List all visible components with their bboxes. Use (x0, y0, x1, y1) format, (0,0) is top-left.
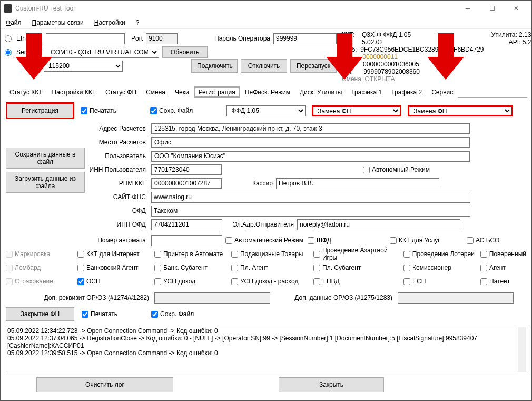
tab-graphics2[interactable]: Графика 2 (387, 86, 427, 98)
usndohod-checkbox[interactable] (154, 278, 161, 285)
radio-ethernet[interactable] (5, 35, 12, 42)
kktuslug-checkbox[interactable] (390, 237, 397, 244)
tab-service[interactable]: Сервис (427, 86, 458, 98)
fn-lbl: ФН: (342, 68, 353, 75)
commiss-checkbox[interactable] (403, 265, 410, 271)
email-input[interactable] (297, 219, 460, 230)
menu-comm[interactable]: Параметры связи (32, 19, 84, 26)
save-to-file-button[interactable]: Сохранить данные в файл (6, 148, 85, 169)
smena-lbl: Смена: (342, 75, 363, 83)
app-icon (4, 4, 12, 13)
banksubagent-checkbox[interactable] (154, 265, 161, 271)
tab-registration[interactable]: Регистрация (194, 86, 240, 98)
menu-file[interactable]: Файл (6, 19, 22, 26)
usndr-checkbox[interactable] (231, 278, 238, 285)
ethernet-host-input[interactable] (46, 33, 125, 44)
inn-user-input[interactable] (151, 164, 222, 175)
shfd-checkbox[interactable] (308, 237, 314, 244)
address-input[interactable] (151, 123, 470, 134)
tab-status-kkt[interactable]: Статус ККТ (5, 86, 47, 98)
md5-val: 9FC78C956EDCE1BC3289973CF6BD4729 (360, 46, 484, 53)
rnm-input[interactable] (151, 178, 222, 189)
cashier-input[interactable] (276, 178, 439, 189)
log-area[interactable]: 05.09.2022 12:34:22.723 -> Open Connecti… (5, 326, 527, 373)
scrollbar[interactable] (518, 327, 526, 372)
radio-serial[interactable] (5, 49, 12, 56)
md5-lbl: MD5: (342, 46, 357, 53)
serial-port-select[interactable]: COM10 - Q3xF RU VIRTUAL COM (46, 47, 159, 58)
close-fn-button[interactable]: Закрытие ФН (6, 307, 74, 321)
fn-val: 9999078902008360 (363, 68, 420, 75)
baud-select[interactable]: 115200 (44, 61, 123, 72)
menu-settings[interactable]: Настройки (94, 19, 125, 26)
agent-checkbox[interactable] (480, 265, 487, 271)
load-from-file-button[interactable]: Загрузить данные из файла (6, 172, 85, 193)
tab-disk-util[interactable]: Диск. Утилиты (295, 86, 347, 98)
reason-select-2[interactable]: Замена ФН (408, 105, 513, 116)
automat-label: Номер автомата (6, 237, 148, 244)
tabbar: Статус ККТ Настройки ККТ Статус ФН Смена… (5, 86, 527, 98)
gamble-checkbox[interactable] (313, 251, 320, 258)
place-input[interactable] (151, 137, 470, 148)
esn-checkbox[interactable] (403, 278, 410, 285)
savefile2-checkbox[interactable] (151, 311, 158, 318)
connect-button[interactable]: Подключить (191, 59, 238, 73)
ofd-input[interactable] (151, 206, 470, 217)
tab-receipts[interactable]: Чеки (170, 86, 194, 98)
printerauto-checkbox[interactable] (154, 251, 161, 258)
dop1-input[interactable] (154, 292, 270, 304)
label-serial: Serial (16, 48, 43, 56)
operator-password-input[interactable] (273, 33, 337, 44)
strah-checkbox (6, 278, 13, 285)
tab-settings-kkt[interactable]: Настройки ККТ (47, 86, 101, 98)
envd-checkbox[interactable] (313, 278, 320, 285)
restart-button[interactable]: Перезапуск (290, 59, 337, 73)
titlebar: Custom-RU Test Tool ─ ☐ ✕ (1, 1, 531, 16)
tab-graphics1[interactable]: Графика 1 (347, 86, 387, 98)
inn-ofd-input[interactable] (151, 219, 222, 230)
dop2-input[interactable] (398, 292, 514, 304)
tab-shift[interactable]: Смена (141, 86, 170, 98)
asbso-checkbox[interactable] (467, 237, 474, 244)
disconnect-button[interactable]: Отключить (241, 59, 287, 73)
ffd-select[interactable]: ФФД 1.05 (226, 105, 306, 116)
kktinternet-checkbox[interactable] (77, 251, 84, 258)
savefile2-label: Сохр. Файл (160, 310, 194, 318)
savefile-label: Сохр. Файл (159, 107, 193, 114)
close-button[interactable]: ✕ (504, 1, 528, 16)
savefile-checkbox[interactable] (150, 107, 157, 114)
osn-checkbox[interactable] (77, 278, 84, 285)
close-app-button[interactable]: Закрыть (279, 377, 384, 392)
port-input[interactable] (146, 33, 178, 44)
refresh-button[interactable]: Обновить (162, 46, 208, 58)
excise-checkbox[interactable] (231, 251, 238, 258)
registration-button[interactable]: Регистрация (6, 102, 74, 119)
tab-nonfiscal[interactable]: НеФиск. Режим (240, 86, 295, 98)
tab-status-fn[interactable]: Статус ФН (101, 86, 141, 98)
lombard-checkbox (6, 265, 13, 271)
lottery-checkbox[interactable] (403, 251, 410, 258)
menu-help[interactable]: ? (136, 19, 140, 26)
minimize-button[interactable]: ─ (456, 1, 480, 16)
print2-checkbox[interactable] (82, 311, 88, 318)
clear-log-button[interactable]: Очистить лог (36, 377, 173, 392)
automat-input[interactable] (151, 235, 222, 246)
plagent-checkbox[interactable] (231, 265, 238, 271)
reason-select-1[interactable]: Замена ФН (312, 105, 401, 116)
autonomous-checkbox[interactable] (363, 167, 370, 173)
pover-checkbox[interactable] (480, 251, 487, 258)
maximize-button[interactable]: ☐ (480, 1, 504, 16)
autonomous-label: Автономный Режим (372, 166, 430, 173)
inn-ofd-label: ИНН ОФД (85, 221, 148, 228)
fns-input[interactable] (151, 192, 470, 203)
api-lbl: API: (509, 38, 521, 46)
user-input[interactable] (151, 151, 470, 162)
rn-val: 0000000001036005 (363, 61, 419, 68)
plsubagent-checkbox[interactable] (313, 265, 320, 271)
log-line: 05.09.2022 12:34:22.723 -> Open Connecti… (7, 327, 525, 335)
inn-user-label: ИНН Пользователя (85, 166, 148, 173)
print-checkbox[interactable] (81, 107, 87, 114)
automode-checkbox[interactable] (225, 237, 232, 244)
bankagent-checkbox[interactable] (77, 265, 84, 271)
patent-checkbox[interactable] (480, 278, 487, 285)
